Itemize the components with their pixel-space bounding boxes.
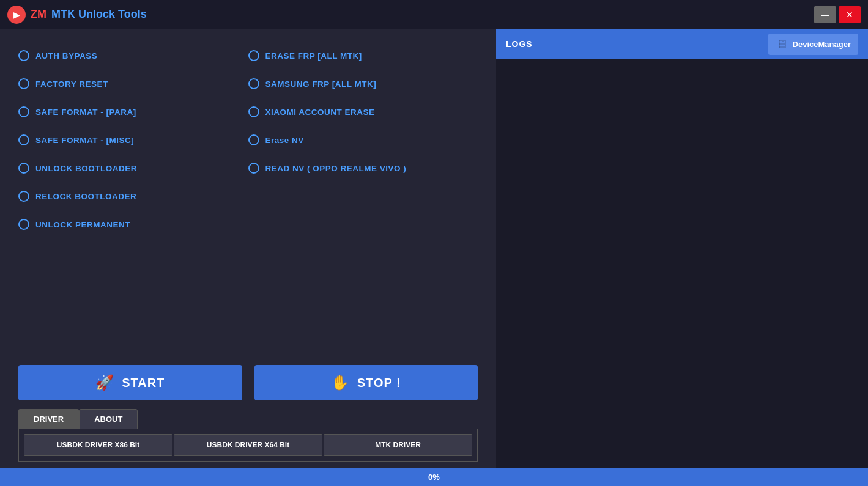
stop-label: STOP !	[357, 376, 401, 390]
col2: ERASE FRP [ALL MTK] SAMSUNG FRP [ALL MTK…	[248, 42, 478, 353]
main-container: AUTH BYPASS FACTORY RESET SAFE FORMAT - …	[0, 29, 868, 468]
radio-relock-bootloader[interactable]	[18, 191, 29, 202]
label-factory-reset: FACTORY RESET	[35, 79, 108, 89]
radio-erase-nv[interactable]	[248, 134, 259, 145]
logs-header: LOGS 🖥 DeviceManager	[496, 29, 868, 59]
device-manager-icon: 🖥	[776, 37, 788, 51]
option-factory-reset[interactable]: FACTORY RESET	[18, 70, 248, 98]
radio-safe-format-misc[interactable]	[18, 134, 29, 145]
title-rest: MTK Unlock Tools	[51, 8, 147, 21]
col1: AUTH BYPASS FACTORY RESET SAFE FORMAT - …	[18, 42, 248, 353]
option-unlock-permanent[interactable]: UNLOCK PERMANENT	[18, 210, 248, 238]
option-safe-format-misc[interactable]: SAFE FORMAT - [MISC]	[18, 126, 248, 154]
option-erase-frp[interactable]: ERASE FRP [ALL MTK]	[248, 42, 478, 70]
label-unlock-bootloader: UNLOCK BOOTLOADER	[35, 164, 137, 173]
radio-unlock-bootloader[interactable]	[18, 163, 29, 174]
start-label: START	[122, 376, 165, 390]
left-panel: AUTH BYPASS FACTORY RESET SAFE FORMAT - …	[0, 29, 496, 365]
label-safe-format-misc: SAFE FORMAT - [MISC]	[35, 136, 134, 145]
usbdk-x64-button[interactable]: USBDK DRIVER X64 Bit	[174, 434, 322, 456]
action-buttons: 🚀 START ✋ STOP !	[18, 365, 478, 400]
radio-samsung-frp[interactable]	[248, 78, 259, 89]
option-safe-format-para[interactable]: SAFE FORMAT - [PARA]	[18, 98, 248, 126]
logs-title: LOGS	[506, 39, 533, 49]
title-bar-left: ▶ ZM MTK Unlock Tools	[7, 6, 147, 24]
option-relock-bootloader[interactable]: RELOCK BOOTLOADER	[18, 182, 248, 210]
tab-driver[interactable]: DRIVER	[18, 409, 79, 429]
label-erase-frp: ERASE FRP [ALL MTK]	[265, 51, 362, 61]
tab-about[interactable]: ABOUT	[79, 409, 138, 429]
radio-erase-frp[interactable]	[248, 50, 259, 61]
rocket-icon: 🚀	[95, 374, 114, 391]
stop-button[interactable]: ✋ STOP !	[254, 365, 478, 400]
label-read-nv: READ NV ( OPPO REALME VIVO )	[265, 164, 407, 173]
options-grid: AUTH BYPASS FACTORY RESET SAFE FORMAT - …	[18, 42, 478, 353]
mtk-driver-button[interactable]: MTK DRIVER	[324, 434, 472, 456]
radio-xiaomi-erase[interactable]	[248, 106, 259, 117]
option-unlock-bootloader[interactable]: UNLOCK BOOTLOADER	[18, 154, 248, 182]
title-bar-controls: — ✕	[814, 6, 861, 23]
tabs-section: DRIVER ABOUT	[18, 409, 478, 429]
device-manager-label: DeviceManager	[793, 40, 851, 49]
usbdk-x86-button[interactable]: USBDK DRIVER X86 Bit	[24, 434, 172, 456]
option-xiaomi-erase[interactable]: XIAOMI ACCOUNT ERASE	[248, 98, 478, 126]
close-button[interactable]: ✕	[839, 6, 861, 23]
radio-factory-reset[interactable]	[18, 78, 29, 89]
status-text: 0%	[428, 473, 440, 482]
label-samsung-frp: SAMSUNG FRP [ALL MTK]	[265, 79, 377, 89]
status-bar: 0%	[0, 468, 868, 486]
label-xiaomi-erase: XIAOMI ACCOUNT ERASE	[265, 108, 375, 117]
title-bar: ▶ ZM MTK Unlock Tools — ✕	[0, 0, 868, 29]
label-unlock-permanent: UNLOCK PERMANENT	[35, 220, 130, 229]
driver-buttons-row: USBDK DRIVER X86 Bit USBDK DRIVER X64 Bi…	[18, 429, 478, 462]
label-erase-nv: Erase NV	[265, 136, 304, 145]
label-safe-format-para: SAFE FORMAT - [PARA]	[35, 108, 136, 117]
radio-safe-format-para[interactable]	[18, 106, 29, 117]
device-manager-button[interactable]: 🖥 DeviceManager	[768, 34, 858, 55]
radio-unlock-permanent[interactable]	[18, 219, 29, 230]
start-button[interactable]: 🚀 START	[18, 365, 242, 400]
stop-hand-icon: ✋	[331, 374, 350, 391]
minimize-button[interactable]: —	[814, 6, 836, 23]
logs-content	[496, 59, 868, 468]
label-relock-bootloader: RELOCK BOOTLOADER	[35, 192, 136, 201]
option-samsung-frp[interactable]: SAMSUNG FRP [ALL MTK]	[248, 70, 478, 98]
title-zm: ZM	[31, 8, 46, 21]
option-read-nv[interactable]: READ NV ( OPPO REALME VIVO )	[248, 154, 478, 182]
option-erase-nv[interactable]: Erase NV	[248, 126, 478, 154]
app-icon: ▶	[7, 6, 26, 24]
option-auth-bypass[interactable]: AUTH BYPASS	[18, 42, 248, 70]
radio-auth-bypass[interactable]	[18, 50, 29, 61]
bottom-section: 🚀 START ✋ STOP ! DRIVER ABOUT USBDK DRIV…	[0, 365, 496, 468]
radio-read-nv[interactable]	[248, 163, 259, 174]
right-panel: LOGS 🖥 DeviceManager	[496, 29, 868, 468]
label-auth-bypass: AUTH BYPASS	[35, 51, 97, 61]
